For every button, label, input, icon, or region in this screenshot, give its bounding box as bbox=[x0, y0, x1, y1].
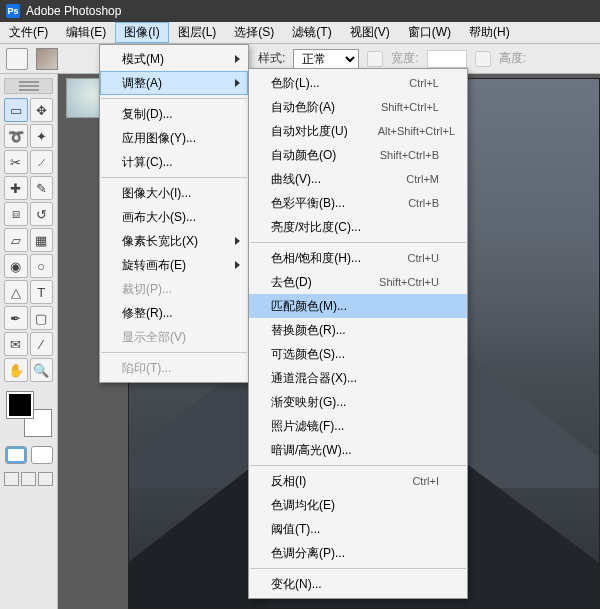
adjust-submenu: 色阶(L)...Ctrl+L 自动色阶(A)Shift+Ctrl+L 自动对比度… bbox=[248, 68, 468, 599]
menu-adjust[interactable]: 调整(A) bbox=[100, 71, 248, 95]
tool-pen[interactable]: ✒ bbox=[4, 306, 28, 330]
tool-type[interactable]: T bbox=[30, 280, 54, 304]
color-swatches[interactable] bbox=[7, 392, 51, 436]
menu-crop[interactable]: 裁切(P)... bbox=[100, 277, 248, 301]
menu-calculations[interactable]: 计算(C)... bbox=[100, 150, 248, 174]
title-bar: Ps Adobe Photoshop bbox=[0, 0, 600, 22]
menu-file[interactable]: 文件(F) bbox=[0, 22, 57, 43]
tool-wand[interactable]: ✦ bbox=[30, 124, 54, 148]
tool-zoom[interactable]: 🔍 bbox=[30, 358, 54, 382]
toolbox-grip[interactable] bbox=[4, 78, 53, 94]
menu-bar: 文件(F) 编辑(E) 图像(I) 图层(L) 选择(S) 滤镜(T) 视图(V… bbox=[0, 22, 600, 44]
height-label: 高度: bbox=[499, 50, 526, 67]
menu-mode[interactable]: 模式(M) bbox=[100, 47, 248, 71]
tool-eyedropper[interactable]: ⁄ bbox=[30, 332, 54, 356]
menu-select[interactable]: 选择(S) bbox=[225, 22, 283, 43]
adj-levels[interactable]: 色阶(L)...Ctrl+L bbox=[249, 71, 467, 95]
tool-marquee[interactable]: ▭ bbox=[4, 98, 28, 122]
adj-posterize[interactable]: 色调分离(P)... bbox=[249, 541, 467, 565]
adj-gradient-map[interactable]: 渐变映射(G)... bbox=[249, 390, 467, 414]
app-icon: Ps bbox=[6, 4, 20, 18]
adj-match-color[interactable]: 匹配颜色(M)... bbox=[249, 294, 467, 318]
tool-history-brush[interactable]: ↺ bbox=[30, 202, 54, 226]
adj-threshold[interactable]: 阈值(T)... bbox=[249, 517, 467, 541]
adj-replace-color[interactable]: 替换颜色(R)... bbox=[249, 318, 467, 342]
app-title: Adobe Photoshop bbox=[26, 4, 121, 18]
tool-eraser[interactable]: ▱ bbox=[4, 228, 28, 252]
adj-auto-levels[interactable]: 自动色阶(A)Shift+Ctrl+L bbox=[249, 95, 467, 119]
menu-pixel-aspect[interactable]: 像素长宽比(X) bbox=[100, 229, 248, 253]
menu-apply-image[interactable]: 应用图像(Y)... bbox=[100, 126, 248, 150]
screenmode-full-menu-icon[interactable] bbox=[21, 472, 36, 486]
menu-trap[interactable]: 陷印(T)... bbox=[100, 356, 248, 380]
tool-move[interactable]: ✥ bbox=[30, 98, 54, 122]
adj-shadow-highlight[interactable]: 暗调/高光(W)... bbox=[249, 438, 467, 462]
tool-healing[interactable]: ✚ bbox=[4, 176, 28, 200]
tool-preset-icon[interactable] bbox=[6, 48, 28, 70]
menu-image-size[interactable]: 图像大小(I)... bbox=[100, 181, 248, 205]
menu-help[interactable]: 帮助(H) bbox=[460, 22, 519, 43]
tool-notes[interactable]: ✉ bbox=[4, 332, 28, 356]
menu-rotate-canvas[interactable]: 旋转画布(E) bbox=[100, 253, 248, 277]
width-label: 宽度: bbox=[391, 50, 418, 67]
toolbox: ▭✥ ➰✦ ✂⟋ ✚✎ ⧇↺ ▱▦ ◉○ △T ✒▢ ✉⁄ ✋🔍 bbox=[0, 74, 58, 609]
tool-crop[interactable]: ✂ bbox=[4, 150, 28, 174]
screenmode-full-icon[interactable] bbox=[38, 472, 53, 486]
tool-brush[interactable]: ✎ bbox=[30, 176, 54, 200]
tool-slice[interactable]: ⟋ bbox=[30, 150, 54, 174]
tool-hand[interactable]: ✋ bbox=[4, 358, 28, 382]
adj-invert[interactable]: 反相(I)Ctrl+I bbox=[249, 469, 467, 493]
adj-hue-saturation[interactable]: 色相/饱和度(H)...Ctrl+U bbox=[249, 246, 467, 270]
menu-view[interactable]: 视图(V) bbox=[341, 22, 399, 43]
screenmode-standard-icon[interactable] bbox=[4, 472, 19, 486]
menu-window[interactable]: 窗口(W) bbox=[399, 22, 460, 43]
adj-photo-filter[interactable]: 照片滤镜(F)... bbox=[249, 414, 467, 438]
swap-dims-icon[interactable] bbox=[367, 51, 383, 67]
foreground-swatch[interactable] bbox=[7, 392, 33, 418]
adj-auto-color[interactable]: 自动颜色(O)Shift+Ctrl+B bbox=[249, 143, 467, 167]
adj-brightness-contrast[interactable]: 亮度/对比度(C)... bbox=[249, 215, 467, 239]
tool-gradient[interactable]: ▦ bbox=[30, 228, 54, 252]
tool-shape[interactable]: ▢ bbox=[30, 306, 54, 330]
menu-filter[interactable]: 滤镜(T) bbox=[283, 22, 340, 43]
standard-mode-icon[interactable] bbox=[5, 446, 27, 464]
adj-equalize[interactable]: 色调均化(E) bbox=[249, 493, 467, 517]
image-submenu: 模式(M) 调整(A) 复制(D)... 应用图像(Y)... 计算(C)...… bbox=[99, 44, 249, 383]
style-label: 样式: bbox=[258, 50, 285, 67]
adj-channel-mixer[interactable]: 通道混合器(X)... bbox=[249, 366, 467, 390]
menu-trim[interactable]: 修整(R)... bbox=[100, 301, 248, 325]
menu-canvas-size[interactable]: 画布大小(S)... bbox=[100, 205, 248, 229]
tool-blur[interactable]: ◉ bbox=[4, 254, 28, 278]
menu-layer[interactable]: 图层(L) bbox=[169, 22, 226, 43]
adj-curves[interactable]: 曲线(V)...Ctrl+M bbox=[249, 167, 467, 191]
adj-auto-contrast[interactable]: 自动对比度(U)Alt+Shift+Ctrl+L bbox=[249, 119, 467, 143]
tool-stamp[interactable]: ⧇ bbox=[4, 202, 28, 226]
crop-preset-swatch[interactable] bbox=[36, 48, 58, 70]
menu-reveal-all[interactable]: 显示全部(V) bbox=[100, 325, 248, 349]
adj-desaturate[interactable]: 去色(D)Shift+Ctrl+U bbox=[249, 270, 467, 294]
width-input[interactable] bbox=[427, 50, 467, 68]
adj-variations[interactable]: 变化(N)... bbox=[249, 572, 467, 596]
tool-path[interactable]: △ bbox=[4, 280, 28, 304]
link-dims-icon[interactable] bbox=[475, 51, 491, 67]
menu-image[interactable]: 图像(I) bbox=[115, 22, 168, 43]
menu-duplicate[interactable]: 复制(D)... bbox=[100, 102, 248, 126]
style-select[interactable]: 正常 bbox=[293, 49, 359, 69]
adj-selective-color[interactable]: 可选颜色(S)... bbox=[249, 342, 467, 366]
quickmask-mode-icon[interactable] bbox=[31, 446, 53, 464]
tool-dodge[interactable]: ○ bbox=[30, 254, 54, 278]
menu-edit[interactable]: 编辑(E) bbox=[57, 22, 115, 43]
adj-color-balance[interactable]: 色彩平衡(B)...Ctrl+B bbox=[249, 191, 467, 215]
tool-lasso[interactable]: ➰ bbox=[4, 124, 28, 148]
